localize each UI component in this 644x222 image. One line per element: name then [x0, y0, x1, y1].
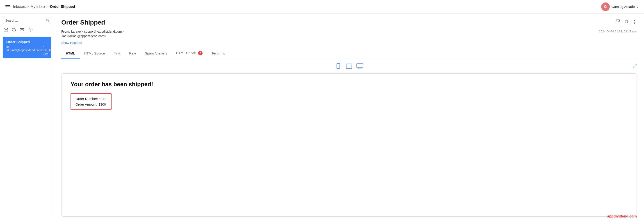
email-timestamp: 2024-04-29 11:33, 621 Bytes	[599, 30, 637, 33]
svg-point-5	[338, 67, 338, 68]
breadcrumb-current: Order Shipped	[50, 5, 75, 9]
email-list-item[interactable]: Order Shipped to: <krunal@appdividend.co…	[3, 37, 51, 58]
email-header: Order Shipped	[61, 19, 637, 26]
show-headers-link[interactable]: Show Headers	[61, 41, 637, 45]
tabs-bar: HTML HTML Source Text Raw Spam Analysis …	[61, 48, 637, 59]
tab-spam-analysis[interactable]: Spam Analysis	[140, 49, 172, 58]
email-list-item-meta: to: <krunal@appdividend.com> 4 minutes a…	[6, 45, 48, 55]
search-box[interactable]: 🔍	[3, 17, 51, 24]
breadcrumb-sep2: >	[46, 5, 48, 9]
order-amount-line: Order Amount: $300	[76, 102, 106, 106]
user-avatar: G	[601, 2, 610, 11]
main-layout: 🔍	[0, 13, 644, 222]
breadcrumb-sep1: >	[27, 5, 29, 9]
tab-html-source[interactable]: HTML Source	[80, 49, 110, 58]
svg-line-13	[633, 66, 634, 67]
refresh-icon[interactable]	[12, 27, 16, 33]
more-options-icon[interactable]: ⋮	[632, 19, 637, 25]
svg-point-2	[30, 29, 31, 30]
email-subject-title: Order Shipped	[61, 19, 105, 26]
tablet-view-icon[interactable]	[346, 63, 353, 70]
tab-html-check[interactable]: HTML Check 2	[172, 48, 207, 59]
tab-raw[interactable]: Raw	[124, 49, 140, 58]
hamburger-icon[interactable]	[6, 4, 10, 9]
view-icons-row	[61, 59, 637, 72]
mobile-view-icon[interactable]	[334, 63, 342, 70]
order-info-box: Order Number: 1110 Order Amount: $300	[70, 93, 112, 110]
html-check-badge: 2	[198, 51, 202, 55]
user-name: Gaming Arcade	[612, 5, 635, 8]
content-area: Order Shipped	[54, 13, 644, 222]
desktop-view-icon[interactable]	[356, 63, 364, 70]
email-list-item-title: Order Shipped	[6, 40, 48, 44]
settings-icon[interactable]	[28, 27, 33, 33]
svg-rect-6	[346, 64, 352, 69]
email-list-item-to: to: <krunal@appdividend.com>	[6, 45, 43, 55]
svg-line-12	[635, 64, 636, 65]
top-nav-left: Inboxes > My Inbox > Order Shipped	[6, 4, 75, 9]
top-nav: Inboxes > My Inbox > Order Shipped G Gam…	[0, 0, 644, 13]
email-actions: ⋮	[616, 19, 637, 25]
from-label: From:	[61, 30, 70, 33]
email-to-line: To: <krunal@appdividend.com>	[61, 34, 124, 38]
to-value-text: <krunal@appdividend.com>	[67, 34, 106, 38]
email-body-frame: Your order has been shipped! Order Numbe…	[61, 73, 637, 217]
search-input[interactable]	[5, 19, 44, 22]
top-nav-right: G Gaming Arcade ∨	[601, 2, 638, 11]
tab-html[interactable]: HTML	[61, 49, 80, 58]
search-icon: 🔍	[46, 19, 50, 22]
mark-read-icon[interactable]	[20, 27, 25, 33]
breadcrumb-inboxes[interactable]: Inboxes	[13, 5, 26, 9]
sidebar: 🔍	[0, 13, 54, 222]
order-number-line: Order Number: 1110	[76, 97, 106, 101]
from-value-text: Laravel <support@appdividend.com>	[71, 30, 124, 33]
delete-icon[interactable]	[624, 19, 629, 25]
to-label: To:	[61, 34, 66, 38]
email-from-line: From: Laravel <support@appdividend.com>	[61, 30, 124, 33]
email-body-heading: Your order has been shipped!	[70, 81, 628, 88]
tab-text[interactable]: Text	[110, 49, 125, 58]
breadcrumb: Inboxes > My Inbox > Order Shipped	[13, 5, 75, 9]
footer-brand: appdividend.com	[607, 214, 637, 219]
svg-point-7	[351, 66, 352, 66]
email-meta-row: From: Laravel <support@appdividend.com> …	[61, 30, 637, 39]
compose-icon[interactable]	[4, 27, 8, 33]
email-list-item-time: 4 minutes ago	[43, 45, 53, 55]
order-amount-label: Order Amount:	[76, 102, 98, 106]
sidebar-toolbar	[3, 26, 51, 34]
breadcrumb-my-inbox[interactable]: My Inbox	[30, 5, 45, 9]
order-number-label: Order Number:	[76, 97, 98, 101]
svg-rect-8	[357, 63, 363, 67]
tab-tech-info[interactable]: Tech Info	[207, 49, 230, 58]
forward-icon[interactable]	[616, 19, 620, 25]
email-meta-left: From: Laravel <support@appdividend.com> …	[61, 30, 124, 39]
expand-icon[interactable]	[633, 64, 637, 69]
chevron-down-icon[interactable]: ∨	[636, 5, 638, 8]
